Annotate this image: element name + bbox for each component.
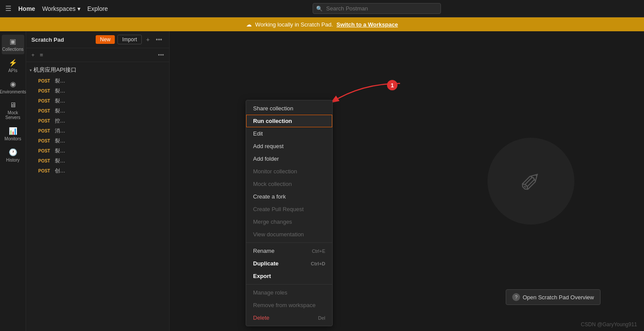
history-label: History [6,158,20,162]
main-content: Share collection Run collection Edit Add… [170,31,644,331]
menu-item-export[interactable]: Export [246,270,332,282]
scratch-pad-banner: ☁ Working locally in Scratch Pad. Switch… [0,17,644,31]
menu-item-manage-roles: Manage roles [246,286,332,299]
pen-icon: ✏ [513,163,550,200]
collection-row[interactable]: ▾ 机房应用API接口 ☆ ••• [26,64,169,76]
step1-badge: 1 [387,80,397,90]
method-badge: POST [38,139,52,143]
open-scratch-pad-button[interactable]: ? Open Scratch Pad Overview [506,289,601,305]
method-badge: POST [38,159,52,163]
method-badge: POST [38,149,52,153]
history-icon: 🕐 [9,148,17,156]
more-toolbar-button[interactable]: ••• [156,51,166,59]
monitors-icon: 📊 [9,127,17,135]
environments-icon: ◉ [10,80,16,88]
menu-item-share[interactable]: Share collection [246,102,332,115]
menu-item-add-folder[interactable]: Add folder [246,152,332,165]
panel-title: Scratch Pad [31,36,64,43]
apis-label: APIs [8,68,17,73]
mock-servers-icon: 🖥 [10,101,17,109]
menu-item-delete[interactable]: Delete Del [246,311,332,324]
expand-chevron-icon: ▾ [30,68,32,73]
topbar: ☰ Home Workspaces ▾ Explore 🔍 [0,0,644,17]
list-item[interactable]: POST 消… [26,126,169,136]
method-badge: POST [38,109,52,113]
request-name: 裂… [55,157,65,165]
list-item[interactable]: POST 创… [26,166,169,176]
add-icon-button[interactable]: + [144,35,151,44]
explore-nav[interactable]: Explore [87,5,108,12]
star-icon[interactable]: ☆ [150,66,155,74]
menu-item-rename[interactable]: Rename Ctrl+E [246,245,332,257]
switch-workspace-link[interactable]: Switch to a Workspace [337,21,398,28]
method-badge: POST [38,89,52,93]
environments-label: Environments [0,89,26,94]
method-badge: POST [38,119,52,123]
collections-icon: ▣ [10,37,16,46]
menu-item-merge: Merge changes [246,215,332,228]
panel-header-actions: New Import + ••• [96,35,164,44]
menu-item-duplicate[interactable]: Duplicate Ctrl+D [246,257,332,270]
search-bar: 🔍 [313,3,441,14]
mock-servers-label: Mock Servers [3,110,23,120]
new-button[interactable]: New [96,35,115,44]
menu-item-create-fork[interactable]: Create a fork [246,190,332,203]
method-badge: POST [38,129,52,133]
banner-cloud-icon: ☁ [246,21,252,28]
menu-divider-2 [246,284,332,285]
hamburger-icon[interactable]: ☰ [5,4,11,13]
main-layout: ▣ Collections ⚡ APIs ◉ Environments 🖥 Mo… [0,31,644,331]
request-name: 裂… [55,77,65,85]
request-name: 创… [55,167,65,175]
icon-sidebar: ▣ Collections ⚡ APIs ◉ Environments 🖥 Mo… [0,31,26,331]
search-input[interactable] [313,3,441,14]
request-name: 裂… [55,107,65,115]
add-collection-button[interactable]: + [30,51,37,59]
list-item[interactable]: POST 裂… [26,146,169,156]
scratch-pad-illustration: ✏ [487,138,574,225]
method-badge: POST [38,99,52,103]
more-options-button[interactable]: ••• [154,35,164,44]
request-name: 裂… [55,147,65,155]
method-badge: POST [38,79,52,83]
sidebar-item-environments[interactable]: ◉ Environments [2,77,24,97]
question-icon: ? [512,293,520,301]
collection-more-button[interactable]: ••• [156,66,166,74]
method-badge: POST [38,169,52,173]
watermark: CSDN @GaryYoung911 [581,321,637,328]
sidebar-item-collections[interactable]: ▣ Collections [2,35,24,54]
sidebar-item-monitors[interactable]: 📊 Monitors [2,124,24,144]
menu-item-mock: Mock collection [246,178,332,190]
menu-item-add-request[interactable]: Add request [246,140,332,152]
list-item[interactable]: POST 裂… [26,106,169,116]
filter-button[interactable]: ≡ [38,51,45,59]
monitors-label: Monitors [4,136,21,141]
apis-icon: ⚡ [9,59,17,67]
list-item[interactable]: POST 裂… [26,136,169,146]
list-item[interactable]: POST 控… [26,116,169,126]
workspaces-nav[interactable]: Workspaces ▾ [42,5,80,12]
list-item[interactable]: POST 裂… [26,96,169,106]
import-button[interactable]: Import [117,35,142,44]
request-name: 裂… [55,97,65,105]
menu-item-edit[interactable]: Edit [246,127,332,140]
panel-header: Scratch Pad New Import + ••• [26,31,169,48]
request-name: 消… [55,127,65,135]
menu-item-monitor: Monitor collection [246,165,332,178]
home-nav[interactable]: Home [18,5,35,12]
menu-item-remove-workspace: Remove from workspace [246,299,332,311]
sidebar-item-history[interactable]: 🕐 History [2,146,24,165]
list-item[interactable]: POST 裂… [26,86,169,96]
menu-divider-1 [246,242,332,243]
request-name: 裂… [55,87,65,95]
list-item[interactable]: POST 裂… [26,156,169,166]
request-name: 裂… [55,137,65,145]
menu-item-pull-request: Create Pull Request [246,203,332,215]
request-name: 控… [55,117,65,125]
menu-item-view-docs: View documentation [246,228,332,241]
sidebar-item-mock-servers[interactable]: 🖥 Mock Servers [2,99,24,122]
list-item[interactable]: POST 裂… [26,76,169,86]
menu-item-run[interactable]: Run collection [246,115,332,127]
collection-name: 机房应用API接口 [33,66,148,74]
sidebar-item-apis[interactable]: ⚡ APIs [2,56,24,76]
